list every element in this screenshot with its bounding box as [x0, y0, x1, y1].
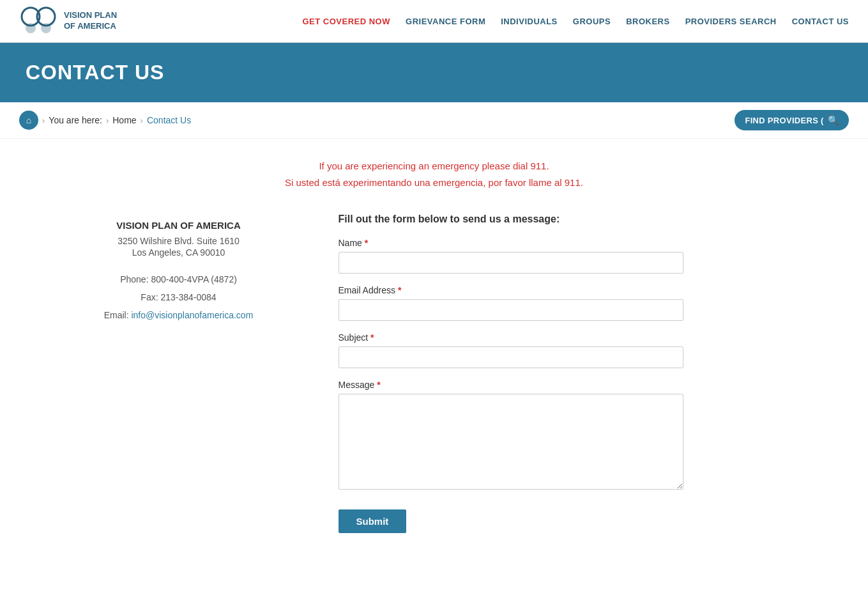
message-textarea[interactable] [339, 394, 683, 490]
phone-number: 800-400-4VPA (4872) [151, 274, 236, 284]
subject-required: * [370, 332, 374, 343]
nav-grievance-form[interactable]: GRIEVANCE FORM [406, 17, 485, 26]
subject-field-group: Subject * [339, 332, 824, 368]
contact-details: Phone: 800-400-4VPA (4872) Fax: 213-384-… [45, 270, 313, 324]
message-field-group: Message * [339, 380, 824, 492]
breadcrumb-home[interactable]: Home [112, 115, 136, 125]
logo-text: VISION PLAN OF AMERICA [64, 10, 117, 32]
breadcrumb-bar: ⌂ › You are here: › Home › Contact Us FI… [0, 102, 868, 139]
email-label: Email Address * [339, 285, 824, 295]
emergency-en-text: If you are experiencing an emergency ple… [45, 158, 824, 175]
contact-info-column: VISION PLAN OF AMERICA 3250 Wilshire Blv… [45, 213, 313, 533]
logo-area: VISION PLAN OF AMERICA [19, 5, 117, 37]
you-are-here-label: You are here: [49, 115, 102, 125]
nav-contact-us[interactable]: CONTACT US [792, 17, 849, 26]
find-providers-label: FIND PROVIDERS ( [745, 116, 823, 125]
hero-banner: CONTACT US [0, 43, 868, 102]
email-input[interactable] [339, 299, 683, 321]
email-label: Email: [104, 310, 129, 320]
breadcrumb-sep-2: › [106, 116, 109, 125]
company-name: VISION PLAN OF AMERICA [45, 220, 313, 231]
email-line: Email: info@visionplanofamerica.com [45, 306, 313, 324]
main-nav: GET COVERED NOW GRIEVANCE FORM INDIVIDUA… [303, 17, 849, 26]
subject-input[interactable] [339, 346, 683, 368]
nav-providers-search[interactable]: PROVIDERS SEARCH [685, 17, 777, 26]
form-title: Fill out the form below to send us a mes… [339, 213, 824, 225]
address-line-1: 3250 Wilshire Blvd. Suite 1610 [45, 236, 313, 246]
breadcrumb-sep-1: › [42, 116, 45, 125]
contact-form-column: Fill out the form below to send us a mes… [339, 213, 824, 533]
emergency-es-text: Si usted está experimentando una emergen… [45, 175, 824, 191]
email-required: * [398, 285, 401, 295]
nav-get-covered[interactable]: GET COVERED NOW [303, 17, 391, 26]
fax-label: Fax: [141, 292, 158, 302]
address-line-2: Los Angeles, CA 90010 [45, 247, 313, 258]
two-col-layout: VISION PLAN OF AMERICA 3250 Wilshire Blv… [45, 213, 824, 533]
name-required: * [365, 238, 368, 248]
site-header: VISION PLAN OF AMERICA GET COVERED NOW G… [0, 0, 868, 43]
breadcrumb-left: ⌂ › You are here: › Home › Contact Us [19, 111, 191, 130]
page-title: CONTACT US [26, 61, 842, 84]
main-content: If you are experiencing an emergency ple… [19, 139, 849, 571]
submit-button[interactable]: Submit [339, 509, 407, 533]
search-icon: 🔍 [828, 115, 839, 125]
fax-line: Fax: 213-384-0084 [45, 288, 313, 306]
emergency-notice: If you are experiencing an emergency ple… [45, 158, 824, 190]
email-link[interactable]: info@visionplanofamerica.com [131, 310, 253, 320]
find-providers-button[interactable]: FIND PROVIDERS ( 🔍 [735, 110, 849, 130]
nav-individuals[interactable]: INDIVIDUALS [501, 17, 558, 26]
nav-groups[interactable]: GROUPS [573, 17, 611, 26]
name-field-group: Name * [339, 238, 824, 274]
home-icon-btn[interactable]: ⌂ [19, 111, 38, 130]
phone-label: Phone: [120, 274, 148, 284]
subject-label: Subject * [339, 332, 824, 343]
name-label: Name * [339, 238, 824, 248]
logo-icon [19, 5, 57, 37]
fax-number: 213-384-0084 [160, 292, 216, 302]
nav-brokers[interactable]: BROKERS [626, 17, 670, 26]
message-required: * [377, 380, 380, 390]
breadcrumb-current: Contact Us [147, 115, 191, 125]
email-field-group: Email Address * [339, 285, 824, 321]
svg-point-2 [26, 23, 36, 33]
message-label: Message * [339, 380, 824, 390]
svg-point-3 [41, 23, 51, 33]
breadcrumb-sep-3: › [141, 116, 143, 125]
name-input[interactable] [339, 252, 683, 274]
phone-line: Phone: 800-400-4VPA (4872) [45, 270, 313, 288]
